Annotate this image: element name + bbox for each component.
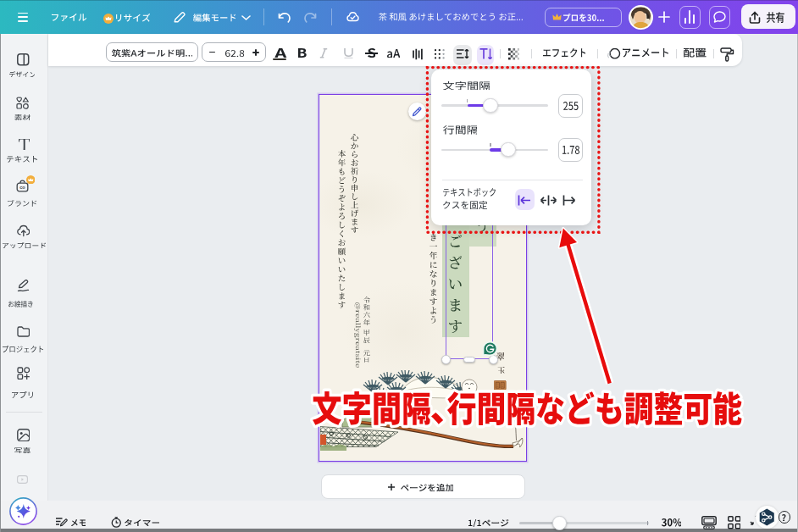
- svg-text:co: co: [19, 185, 25, 190]
